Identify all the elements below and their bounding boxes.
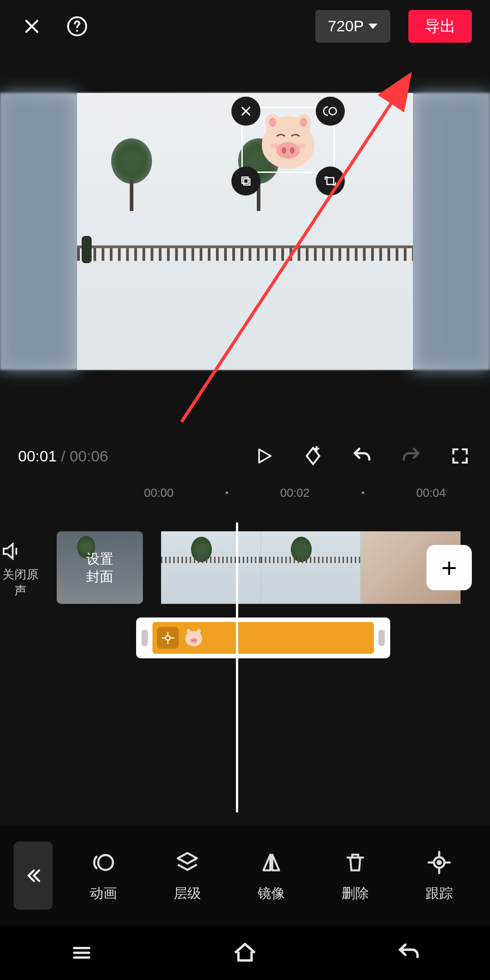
undo-button[interactable]	[350, 444, 374, 468]
playhead[interactable]	[236, 522, 238, 813]
bottom-toolbar: 动画 层级 镜像 删除	[0, 826, 490, 926]
preview-area[interactable]	[0, 93, 490, 370]
svg-point-21	[191, 639, 193, 642]
timeline[interactable]: 00:00 00:02 00:04 关闭原声 设置 封面 +	[0, 479, 490, 826]
clip-left-handle[interactable]	[142, 630, 148, 646]
svg-point-16	[296, 143, 305, 149]
svg-point-23	[186, 629, 191, 633]
clip-thumb[interactable]	[161, 531, 261, 604]
svg-point-13	[282, 147, 286, 154]
tool-layer[interactable]: 层级	[174, 849, 201, 903]
help-button[interactable]	[64, 13, 91, 40]
sticker-selection[interactable]	[231, 97, 345, 183]
close-button[interactable]	[18, 13, 45, 40]
sticker-rotate-button[interactable]	[316, 167, 345, 196]
mirror-icon	[258, 849, 285, 876]
resolution-dropdown[interactable]: 720P	[315, 10, 390, 43]
pig-sticker[interactable]	[256, 113, 320, 172]
mute-audio-toggle[interactable]: 关闭原声	[0, 540, 41, 598]
top-bar: 720P 导出	[0, 0, 490, 52]
svg-point-2	[329, 108, 336, 115]
svg-point-11	[300, 118, 307, 127]
set-cover-button[interactable]: 设置 封面	[57, 531, 143, 604]
layer-icon	[174, 849, 201, 876]
sticker-mirror-button[interactable]	[316, 97, 345, 126]
current-time: 00:01	[18, 447, 57, 465]
clip-right-handle[interactable]	[378, 630, 385, 646]
sticker-track-clip[interactable]	[136, 617, 390, 658]
chevron-down-icon	[368, 24, 377, 29]
sticker-clip-body[interactable]	[152, 622, 374, 654]
nav-recent-button[interactable]	[64, 935, 100, 971]
svg-point-12	[276, 142, 300, 159]
total-time: 00:06	[69, 447, 108, 465]
trash-icon	[342, 849, 369, 876]
redo-button[interactable]	[399, 444, 423, 468]
svg-point-20	[190, 638, 198, 643]
clip-thumb[interactable]	[261, 531, 361, 604]
tool-track[interactable]: 跟踪	[426, 849, 453, 903]
time-display: 00:01 / 00:06	[18, 447, 108, 465]
svg-rect-3	[244, 179, 250, 185]
tool-animation[interactable]: 动画	[90, 849, 117, 903]
animation-icon	[90, 849, 117, 876]
svg-point-25	[98, 855, 113, 870]
svg-point-10	[269, 118, 276, 127]
system-nav-bar	[0, 926, 490, 980]
fullscreen-button[interactable]	[448, 444, 472, 468]
svg-rect-4	[242, 177, 248, 183]
nav-back-button[interactable]	[390, 935, 426, 971]
keyframe-button[interactable]	[301, 444, 325, 468]
play-button[interactable]	[252, 444, 276, 468]
svg-point-22	[194, 639, 196, 642]
tool-delete[interactable]: 删除	[342, 849, 369, 903]
track-target-icon	[157, 627, 179, 649]
svg-point-24	[196, 629, 201, 633]
svg-point-27	[437, 861, 441, 864]
svg-point-14	[290, 147, 294, 154]
export-button[interactable]: 导出	[408, 10, 472, 43]
target-icon	[426, 849, 453, 876]
resolution-label: 720P	[328, 17, 364, 35]
pig-sticker-thumb	[183, 628, 204, 647]
video-canvas[interactable]	[77, 93, 413, 370]
time-ruler[interactable]: 00:00 00:02 00:04	[0, 481, 490, 504]
nav-home-button[interactable]	[227, 935, 263, 971]
svg-rect-5	[327, 178, 334, 185]
playback-bar: 00:01 / 00:06	[0, 433, 490, 479]
add-clip-button[interactable]: +	[426, 545, 472, 590]
toolbar-back-button[interactable]	[14, 842, 53, 910]
svg-point-15	[271, 143, 280, 149]
tool-mirror[interactable]: 镜像	[258, 849, 285, 903]
svg-point-18	[166, 636, 170, 640]
svg-point-1	[76, 29, 78, 31]
